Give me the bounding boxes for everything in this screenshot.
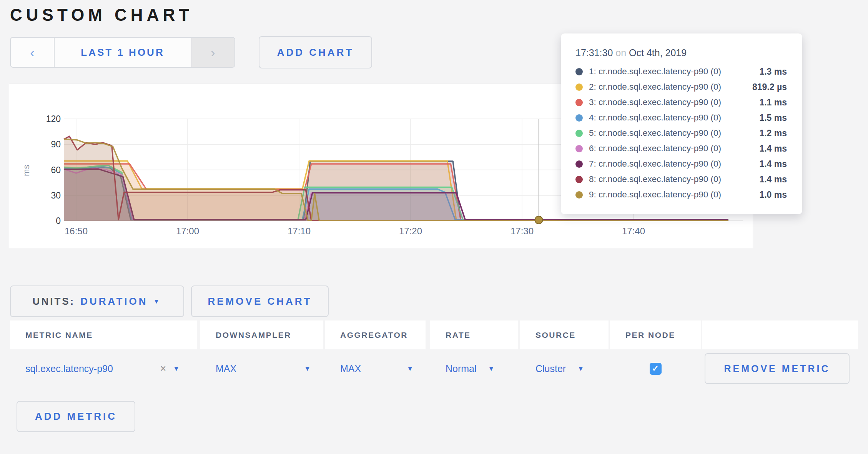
series-color-dot-icon xyxy=(575,191,583,199)
chevron-left-icon: ‹ xyxy=(30,46,34,59)
series-label: 6: cr.node.sql.exec.latency-p90 (0) xyxy=(589,144,759,154)
tooltip-series-row: 8: cr.node.sql.exec.latency-p90 (0)1.4 m… xyxy=(575,172,787,187)
chevron-down-icon: ▼ xyxy=(577,366,584,372)
clear-metric-icon[interactable]: × xyxy=(160,363,166,375)
metric-name-value[interactable]: sql.exec.latency-p90 xyxy=(25,363,113,374)
tooltip-series-row: 1: cr.node.sql.exec.latency-p90 (0)1.3 m… xyxy=(575,64,787,79)
page-title: CUSTOM CHART xyxy=(10,5,193,25)
series-value: 1.3 ms xyxy=(759,67,787,77)
chevron-right-icon: › xyxy=(211,46,215,59)
units-dropdown[interactable]: UNITS: DURATION ▼ xyxy=(10,285,184,317)
series-color-dot-icon xyxy=(575,114,583,122)
series-color-dot-icon xyxy=(575,99,583,106)
rate-dropdown[interactable]: Normal ▼ xyxy=(430,349,518,388)
x-tick-label: 17:00 xyxy=(176,226,199,236)
metric-caret-icon[interactable]: ▼ xyxy=(173,366,180,372)
per-node-checkbox[interactable]: ✓ xyxy=(650,363,662,375)
chevron-down-icon: ▼ xyxy=(153,298,162,305)
series-label: 4: cr.node.sql.exec.latency-p90 (0) xyxy=(589,113,759,123)
series-value: 1.0 ms xyxy=(759,190,787,200)
rate-value: Normal xyxy=(446,363,477,374)
tooltip-on-word: on xyxy=(615,47,626,58)
y-axis-label: ms xyxy=(22,165,31,176)
series-label: 1: cr.node.sql.exec.latency-p90 (0) xyxy=(589,67,759,77)
check-icon: ✓ xyxy=(652,364,659,374)
metric-row: sql.exec.latency-p90 × ▼ MAX ▼ MAX ▼ Nor… xyxy=(10,349,858,388)
time-range-next-button[interactable]: › xyxy=(191,38,234,67)
tooltip-series-row: 3: cr.node.sql.exec.latency-p90 (0)1.1 m… xyxy=(575,95,787,110)
x-tick-label: 16:50 xyxy=(65,226,88,236)
header-per-node: PER NODE xyxy=(610,320,701,349)
aggregator-value: MAX xyxy=(340,363,361,374)
source-dropdown[interactable]: Cluster ▼ xyxy=(520,349,609,388)
x-tick-label: 17:20 xyxy=(399,226,422,236)
tooltip-series-row: 9: cr.node.sql.exec.latency-p90 (0)1.0 m… xyxy=(575,187,787,202)
tooltip-series-row: 5: cr.node.sql.exec.latency-p90 (0)1.2 m… xyxy=(575,125,787,141)
y-tick-label: 60 xyxy=(51,165,61,175)
header-metric-name: METRIC NAME xyxy=(10,320,197,349)
tooltip-series-row: 2: cr.node.sql.exec.latency-p90 (0)819.2… xyxy=(575,79,787,95)
x-tick-label: 17:10 xyxy=(288,226,311,236)
series-color-dot-icon xyxy=(575,145,583,152)
tooltip-series-list: 1: cr.node.sql.exec.latency-p90 (0)1.3 m… xyxy=(575,64,787,202)
per-node-cell: ✓ xyxy=(610,349,701,388)
series-value: 1.1 ms xyxy=(759,97,787,108)
aggregator-dropdown[interactable]: MAX ▼ xyxy=(325,349,426,388)
chart-hover-tooltip: 17:31:30 on Oct 4th, 2019 1: cr.node.sql… xyxy=(561,33,802,214)
chevron-down-icon: ▼ xyxy=(488,366,495,372)
series-value: 1.2 ms xyxy=(759,128,787,139)
header-aggregator: AGGREGATOR xyxy=(325,320,426,349)
y-tick-label: 120 xyxy=(46,114,61,124)
tooltip-time: 17:31:30 xyxy=(575,47,613,58)
metric-name-cell: sql.exec.latency-p90 × ▼ xyxy=(10,349,197,388)
series-value: 1.5 ms xyxy=(759,113,787,123)
x-tick-label: 17:30 xyxy=(510,226,534,236)
tooltip-series-row: 6: cr.node.sql.exec.latency-p90 (0)1.4 m… xyxy=(575,141,787,156)
series-color-dot-icon xyxy=(575,176,583,183)
series-value: 1.4 ms xyxy=(759,174,787,185)
remove-metric-button[interactable]: REMOVE METRIC xyxy=(705,353,850,384)
time-range-label[interactable]: LAST 1 HOUR xyxy=(54,38,191,67)
tooltip-date: Oct 4th, 2019 xyxy=(629,47,687,58)
header-rate: RATE xyxy=(430,320,518,349)
time-range-picker: ‹ LAST 1 HOUR › xyxy=(10,37,235,68)
chevron-down-icon: ▼ xyxy=(304,366,311,372)
series-label: 7: cr.node.sql.exec.latency-p90 (0) xyxy=(589,159,759,169)
header-downsampler: DOWNSAMPLER xyxy=(200,320,323,349)
metrics-table-header: METRIC NAME DOWNSAMPLER AGGREGATOR RATE … xyxy=(10,320,858,349)
downsampler-dropdown[interactable]: MAX ▼ xyxy=(200,349,323,388)
header-source: SOURCE xyxy=(520,320,609,349)
custom-chart-page: CUSTOM CHART ‹ LAST 1 HOUR › ADD CHART 0… xyxy=(0,0,868,454)
series-label: 9: cr.node.sql.exec.latency-p90 (0) xyxy=(589,190,759,200)
series-value: 1.4 ms xyxy=(759,144,787,154)
tooltip-series-row: 4: cr.node.sql.exec.latency-p90 (0)1.5 m… xyxy=(575,110,787,125)
series-label: 8: cr.node.sql.exec.latency-p90 (0) xyxy=(589,174,759,184)
series-color-dot-icon xyxy=(575,83,583,91)
units-label: UNITS: xyxy=(33,295,75,307)
y-tick-label: 0 xyxy=(56,216,61,226)
header-actions xyxy=(702,320,858,349)
series-label: 3: cr.node.sql.exec.latency-p90 (0) xyxy=(589,97,759,107)
y-tick-label: 90 xyxy=(51,139,61,149)
series-value: 1.4 ms xyxy=(759,159,787,169)
add-metric-button[interactable]: ADD METRIC xyxy=(17,401,135,432)
metric-actions-cell: REMOVE METRIC xyxy=(702,349,858,388)
time-range-prev-button[interactable]: ‹ xyxy=(11,38,54,67)
series-label: 5: cr.node.sql.exec.latency-p90 (0) xyxy=(589,128,759,138)
add-chart-button[interactable]: ADD CHART xyxy=(259,36,372,68)
tooltip-series-row: 7: cr.node.sql.exec.latency-p90 (0)1.4 m… xyxy=(575,156,787,172)
series-color-dot-icon xyxy=(575,130,583,137)
series-value: 819.2 µs xyxy=(752,82,787,92)
hover-point-dot xyxy=(535,216,543,224)
tooltip-timestamp: 17:31:30 on Oct 4th, 2019 xyxy=(575,47,787,58)
source-value: Cluster xyxy=(535,363,566,374)
chevron-down-icon: ▼ xyxy=(407,366,413,372)
series-color-dot-icon xyxy=(575,68,583,75)
series-color-dot-icon xyxy=(575,160,583,168)
units-value: DURATION xyxy=(80,295,148,307)
downsampler-value: MAX xyxy=(216,363,236,374)
y-tick-label: 30 xyxy=(51,190,61,200)
series-label: 2: cr.node.sql.exec.latency-p90 (0) xyxy=(589,82,752,92)
remove-chart-button[interactable]: REMOVE CHART xyxy=(191,285,329,317)
x-tick-label: 17:40 xyxy=(622,226,645,236)
